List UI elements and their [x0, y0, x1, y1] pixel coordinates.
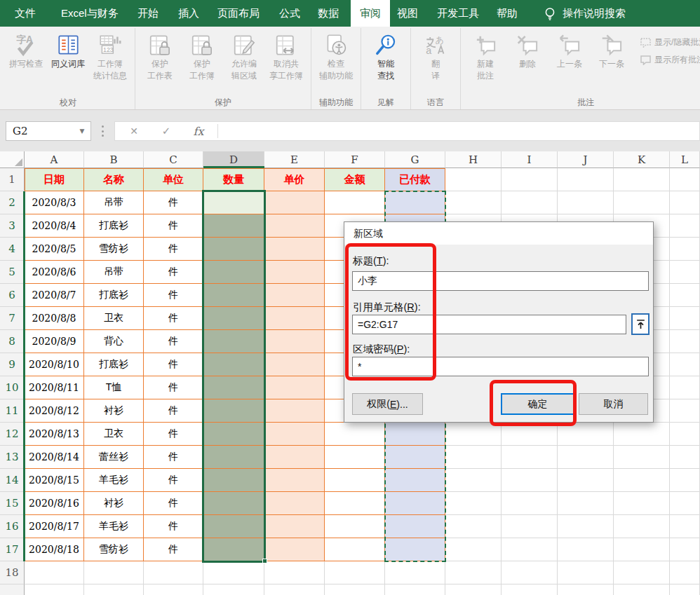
column-header-L[interactable]: L: [670, 151, 700, 168]
tab-审阅[interactable]: 审阅: [351, 0, 390, 27]
cell-J15[interactable]: [558, 492, 614, 515]
cell-E6[interactable]: [264, 284, 325, 307]
tab-开始[interactable]: 开始: [137, 0, 159, 27]
cell-D16[interactable]: [203, 515, 264, 538]
column-header-A[interactable]: A: [25, 151, 84, 168]
cell-F16[interactable]: [325, 515, 385, 538]
cell-A5[interactable]: 2020/8/6: [25, 261, 84, 284]
row-header-1[interactable]: 1: [0, 168, 25, 191]
cell-H17[interactable]: [445, 538, 502, 561]
cell-C6[interactable]: 件: [144, 284, 203, 307]
row-header-19[interactable]: [0, 584, 25, 595]
cell-B8[interactable]: 背心: [84, 330, 144, 353]
row-header-13[interactable]: 13: [0, 446, 25, 469]
cell-D10[interactable]: [203, 376, 264, 399]
cell-L9[interactable]: [670, 353, 700, 376]
cell-L14[interactable]: [670, 469, 700, 492]
tab-数据[interactable]: 数据: [318, 0, 339, 27]
cell-A18[interactable]: [25, 561, 84, 584]
cell-B1[interactable]: 名称: [84, 168, 144, 191]
cell-J17[interactable]: [558, 538, 614, 561]
cell-E18[interactable]: [264, 561, 325, 584]
ribbon-button-保护工作表[interactable]: 保护工作表: [139, 31, 181, 82]
row-header-15[interactable]: 15: [0, 492, 25, 515]
cell-D1[interactable]: 数量: [203, 168, 264, 191]
cell-A17[interactable]: 2020/8/18: [25, 538, 84, 561]
cell-C3[interactable]: 件: [144, 214, 203, 238]
cell-B13[interactable]: 蕾丝衫: [84, 446, 144, 469]
tab-Excel与财务[interactable]: Excel与财务: [61, 0, 119, 27]
formula-input[interactable]: [222, 122, 642, 140]
cell-B2[interactable]: 吊带: [84, 191, 144, 214]
cell-D6[interactable]: [203, 284, 264, 307]
cell-E19[interactable]: [264, 584, 325, 595]
ribbon-button-上一条[interactable]: 上一条: [548, 31, 591, 70]
cell-G19[interactable]: [385, 584, 445, 595]
formula-bar-handle[interactable]: [102, 125, 105, 137]
tell-me-search[interactable]: 操作说明搜索: [563, 0, 626, 27]
cell-E13[interactable]: [264, 446, 325, 469]
cell-I15[interactable]: [502, 492, 558, 515]
cell-J2[interactable]: [558, 191, 614, 214]
cell-L6[interactable]: [670, 284, 700, 307]
tab-文件[interactable]: 文件: [15, 0, 36, 27]
cell-A2[interactable]: 2020/8/3: [25, 191, 84, 214]
cell-H13[interactable]: [445, 446, 502, 469]
cell-H15[interactable]: [445, 492, 502, 515]
cell-L13[interactable]: [670, 446, 700, 469]
cell-C13[interactable]: 件: [144, 446, 203, 469]
tab-公式[interactable]: 公式: [279, 0, 300, 27]
cell-C1[interactable]: 单位: [144, 168, 203, 191]
cell-J18[interactable]: [558, 561, 614, 584]
cell-L5[interactable]: [670, 261, 700, 284]
column-header-H[interactable]: H: [445, 151, 502, 168]
cell-E11[interactable]: [264, 399, 325, 423]
cell-D19[interactable]: [203, 584, 264, 595]
ribbon-button-新建批注[interactable]: 新建批注: [464, 31, 506, 82]
row-header-3[interactable]: 3: [0, 214, 25, 238]
cell-A7[interactable]: 2020/8/8: [25, 307, 84, 330]
cell-J1[interactable]: [558, 168, 614, 191]
cell-D13[interactable]: [203, 446, 264, 469]
cell-D4[interactable]: [203, 238, 264, 261]
cell-I18[interactable]: [502, 561, 558, 584]
row-header-8[interactable]: 8: [0, 330, 25, 353]
cell-L16[interactable]: [670, 515, 700, 538]
cell-A3[interactable]: 2020/8/4: [25, 214, 84, 238]
cell-E1[interactable]: 单价: [264, 168, 325, 191]
cell-B10[interactable]: T恤: [84, 376, 144, 399]
cell-E8[interactable]: [264, 330, 325, 353]
row-header-6[interactable]: 6: [0, 284, 25, 307]
cell-E7[interactable]: [264, 307, 325, 330]
cell-B5[interactable]: 吊带: [84, 261, 144, 284]
cell-A8[interactable]: 2020/8/9: [25, 330, 84, 353]
cell-L4[interactable]: [670, 238, 700, 261]
ribbon-button-显示所有批注[interactable]: 显示所有批注: [640, 54, 700, 66]
cell-F15[interactable]: [325, 492, 385, 515]
row-header-11[interactable]: 11: [0, 399, 25, 423]
cell-E16[interactable]: [264, 515, 325, 538]
cell-F18[interactable]: [325, 561, 385, 584]
cell-G2[interactable]: [385, 191, 445, 214]
tab-插入[interactable]: 插入: [178, 0, 199, 27]
cell-L1[interactable]: [670, 168, 700, 191]
range-password-input[interactable]: *: [352, 357, 649, 376]
tab-帮助[interactable]: 帮助: [497, 0, 518, 27]
cell-A15[interactable]: 2020/8/16: [25, 492, 84, 515]
cell-K13[interactable]: [614, 446, 670, 469]
ribbon-button-检查辅助功能[interactable]: 检查辅助功能: [315, 31, 357, 82]
cell-L7[interactable]: [670, 307, 700, 330]
cell-L2[interactable]: [670, 191, 700, 214]
ribbon-button-智能查找[interactable]: 智能查找: [365, 31, 407, 82]
row-header-10[interactable]: 10: [0, 376, 25, 399]
column-header-I[interactable]: I: [502, 151, 558, 168]
cell-B11[interactable]: 衬衫: [84, 399, 144, 423]
cell-K2[interactable]: [614, 191, 670, 214]
tab-视图[interactable]: 视图: [397, 0, 418, 27]
cell-J16[interactable]: [558, 515, 614, 538]
cell-K14[interactable]: [614, 469, 670, 492]
cell-E12[interactable]: [264, 423, 325, 446]
cell-C5[interactable]: 件: [144, 261, 203, 284]
name-box[interactable]: G2 ▼: [6, 121, 91, 141]
cell-G12[interactable]: [385, 423, 445, 446]
